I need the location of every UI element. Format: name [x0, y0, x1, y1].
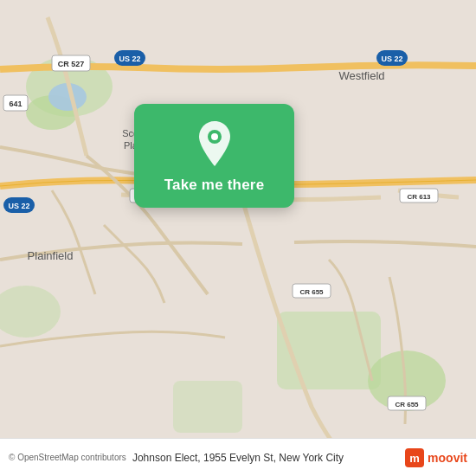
- action-card: Take me there: [134, 104, 294, 208]
- svg-text:US 22: US 22: [381, 55, 402, 63]
- svg-rect-6: [173, 381, 242, 433]
- moovit-icon: m: [405, 448, 424, 467]
- moovit-text: moovit: [428, 451, 467, 465]
- map-background: CR 527 US 22 US 22 641 CR 655 US 22 CR 6…: [0, 0, 476, 476]
- svg-text:US 22: US 22: [8, 202, 29, 210]
- address-line: Johnson Elect, 1955 Evelyn St, New York …: [132, 452, 344, 464]
- svg-text:CR 527: CR 527: [58, 60, 85, 68]
- osm-attribution: © OpenStreetMap contributors: [9, 453, 126, 462]
- svg-text:Westfield: Westfield: [338, 69, 384, 82]
- svg-text:CR 655: CR 655: [299, 288, 324, 296]
- bottom-bar: © OpenStreetMap contributors Johnson Ele…: [0, 438, 476, 476]
- svg-text:Plainfield: Plainfield: [28, 249, 74, 262]
- svg-text:m: m: [409, 452, 420, 465]
- svg-text:CR 613: CR 613: [407, 193, 431, 201]
- moovit-logo: m moovit: [405, 448, 467, 467]
- svg-text:641: 641: [9, 100, 22, 108]
- svg-text:CR 655: CR 655: [395, 401, 419, 408]
- svg-point-31: [211, 133, 218, 140]
- map-container: CR 527 US 22 US 22 641 CR 655 US 22 CR 6…: [0, 0, 476, 476]
- svg-text:US 22: US 22: [119, 55, 140, 63]
- location-pin-icon: [194, 119, 235, 168]
- take-me-there-button[interactable]: Take me there: [164, 177, 265, 194]
